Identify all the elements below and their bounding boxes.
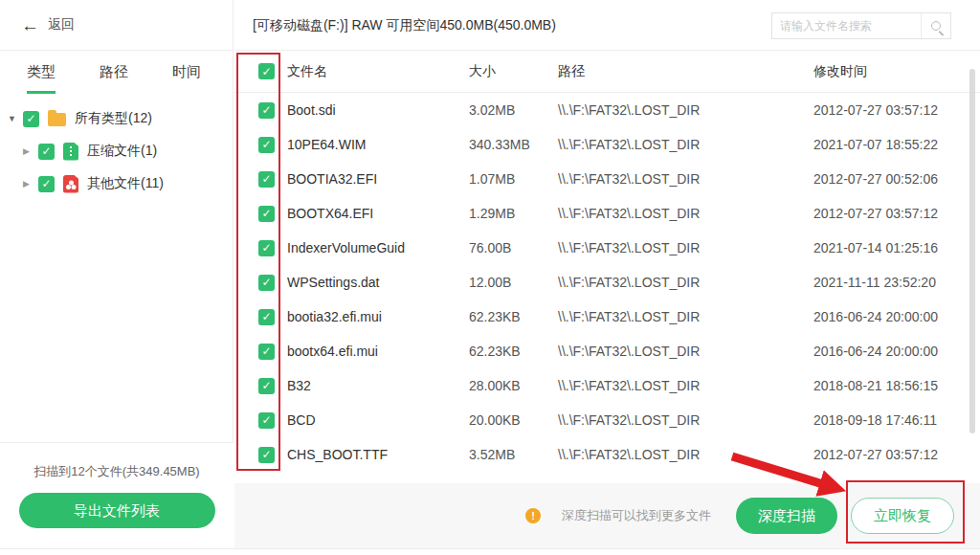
search-box bbox=[771, 12, 951, 39]
file-mtime-cell: 2012-07-27 00:52:06 bbox=[813, 171, 980, 187]
action-bar: ! 深度扫描可以找到更多文件 深度扫描 立即恢复 bbox=[234, 483, 980, 548]
file-mtime-cell: 2021-07-14 01:25:16 bbox=[813, 240, 980, 255]
file-mtime-cell: 2012-07-27 03:57:12 bbox=[813, 206, 980, 221]
select-all-checkbox[interactable] bbox=[258, 63, 275, 79]
file-recovery-window: ← 返回 类型 路径 时间 ▼ 所有类型(12) ▶ 压缩文件(1) ▶ bbox=[0, 0, 980, 555]
caret-down-icon[interactable]: ▼ bbox=[8, 114, 23, 123]
file-size-cell: 12.00B bbox=[469, 275, 558, 290]
file-name-cell: bootx64.efi.mui bbox=[287, 344, 469, 359]
tree-item-archive-files[interactable]: ▶ 压缩文件(1) bbox=[0, 135, 233, 167]
tree-item-all-types[interactable]: ▼ 所有类型(12) bbox=[0, 102, 233, 135]
table-row[interactable]: WPSettings.dat 12.00B \\.\F:\FAT32\.LOST… bbox=[234, 265, 980, 300]
folder-icon bbox=[48, 113, 66, 126]
sidebar-tabs: 类型 路径 时间 bbox=[0, 51, 233, 94]
tree-item-label: 所有类型(12) bbox=[75, 110, 152, 127]
table-row[interactable]: IndexerVolumeGuid 76.00B \\.\F:\FAT32\.L… bbox=[234, 231, 980, 265]
tab-type[interactable]: 类型 bbox=[27, 63, 56, 94]
file-mtime-cell: 2021-11-11 23:52:20 bbox=[813, 275, 980, 290]
file-name-cell: BCD bbox=[287, 412, 469, 428]
back-button[interactable]: ← 返回 bbox=[0, 0, 233, 51]
table-row[interactable]: Boot.sdi 3.02MB \\.\F:\FAT32\.LOST_DIR 2… bbox=[234, 93, 980, 127]
file-size-cell: 1.29MB bbox=[469, 206, 558, 221]
file-name-cell: B32 bbox=[287, 378, 469, 393]
file-path-cell: \\.\F:\FAT32\.LOST_DIR bbox=[558, 275, 813, 290]
row-checkbox[interactable] bbox=[258, 344, 275, 360]
archive-file-icon bbox=[63, 143, 78, 161]
file-size-cell: 3.52MB bbox=[469, 447, 558, 462]
column-header-size[interactable]: 大小 bbox=[469, 63, 558, 80]
file-path-cell: \\.\F:\FAT32\.LOST_DIR bbox=[558, 378, 813, 393]
tree-checkbox[interactable] bbox=[38, 144, 55, 160]
column-header-path[interactable]: 路径 bbox=[558, 63, 813, 80]
column-header-mtime[interactable]: 修改时间 bbox=[813, 63, 980, 80]
file-path-cell: \\.\F:\FAT32\.LOST_DIR bbox=[558, 171, 813, 187]
file-path-cell: \\.\F:\FAT32\.LOST_DIR bbox=[558, 344, 813, 359]
file-table: 文件名 大小 路径 修改时间 Boot.sdi 3.02MB \\.\F:\FA… bbox=[234, 51, 980, 555]
file-name-cell: 10PE64.WIM bbox=[287, 137, 469, 152]
search-button[interactable] bbox=[921, 13, 950, 38]
table-row[interactable]: bootx64.efi.mui 62.23KB \\.\F:\FAT32\.LO… bbox=[234, 334, 980, 368]
tree-item-other-files[interactable]: ▶ 其他文件(11) bbox=[0, 167, 233, 200]
warning-icon: ! bbox=[525, 508, 541, 523]
row-checkbox[interactable] bbox=[258, 171, 275, 188]
table-row[interactable]: BOOTIA32.EFI 1.07MB \\.\F:\FAT32\.LOST_D… bbox=[234, 162, 980, 196]
row-checkbox[interactable] bbox=[258, 412, 275, 429]
file-mtime-cell: 2012-07-27 03:57:12 bbox=[813, 447, 980, 462]
back-arrow-icon: ← bbox=[21, 16, 39, 34]
table-body: Boot.sdi 3.02MB \\.\F:\FAT32\.LOST_DIR 2… bbox=[234, 93, 980, 472]
file-name-cell: IndexerVolumeGuid bbox=[287, 240, 469, 255]
table-row[interactable]: CHS_BOOT.TTF 3.52MB \\.\F:\FAT32\.LOST_D… bbox=[234, 437, 980, 472]
row-checkbox[interactable] bbox=[258, 102, 275, 119]
row-checkbox[interactable] bbox=[258, 137, 275, 153]
file-name-cell: Boot.sdi bbox=[287, 102, 469, 118]
row-checkbox[interactable] bbox=[258, 240, 275, 256]
export-file-list-button[interactable]: 导出文件列表 bbox=[19, 493, 215, 528]
file-path-cell: \\.\F:\FAT32\.LOST_DIR bbox=[558, 309, 813, 324]
row-checkbox[interactable] bbox=[258, 447, 275, 463]
search-input[interactable] bbox=[772, 13, 921, 38]
tree-checkbox[interactable] bbox=[38, 176, 55, 192]
row-checkbox[interactable] bbox=[258, 378, 275, 394]
file-path-cell: \\.\F:\FAT32\.LOST_DIR bbox=[558, 447, 813, 462]
row-checkbox[interactable] bbox=[258, 309, 275, 325]
row-checkbox[interactable] bbox=[258, 206, 275, 222]
caret-right-icon[interactable]: ▶ bbox=[23, 146, 38, 156]
table-row[interactable]: BOOTX64.EFI 1.29MB \\.\F:\FAT32\.LOST_DI… bbox=[234, 196, 980, 231]
recover-now-button[interactable]: 立即恢复 bbox=[851, 498, 954, 534]
table-row[interactable]: 10PE64.WIM 340.33MB \\.\F:\FAT32\.LOST_D… bbox=[234, 127, 980, 162]
deep-scan-hint: 深度扫描可以找到更多文件 bbox=[562, 507, 711, 524]
file-mtime-cell: 2018-09-18 17:46:11 bbox=[813, 412, 980, 428]
table-row[interactable]: BCD 20.00KB \\.\F:\FAT32\.LOST_DIR 2018-… bbox=[234, 403, 980, 437]
scan-summary: 扫描到12个文件(共349.45MB) bbox=[0, 463, 234, 480]
table-row[interactable]: bootia32.efi.mui 62.23KB \\.\F:\FAT32\.L… bbox=[234, 300, 980, 334]
file-type-tree: ▼ 所有类型(12) ▶ 压缩文件(1) ▶ 其他文件(11) bbox=[0, 102, 233, 200]
tree-item-label: 压缩文件(1) bbox=[87, 143, 157, 160]
file-path-cell: \\.\F:\FAT32\.LOST_DIR bbox=[558, 240, 813, 255]
file-name-cell: BOOTIA32.EFI bbox=[287, 171, 469, 187]
file-name-cell: BOOTX64.EFI bbox=[287, 206, 469, 221]
file-size-cell: 76.00B bbox=[469, 240, 558, 255]
file-path-cell: \\.\F:\FAT32\.LOST_DIR bbox=[558, 102, 813, 118]
file-size-cell: 1.07MB bbox=[469, 171, 558, 187]
file-mtime-cell: 2016-06-24 20:00:00 bbox=[813, 344, 980, 359]
row-checkbox[interactable] bbox=[258, 275, 275, 291]
tree-checkbox[interactable] bbox=[23, 111, 39, 127]
file-name-cell: CHS_BOOT.TTF bbox=[287, 447, 469, 462]
file-size-cell: 340.33MB bbox=[469, 137, 558, 152]
column-header-name[interactable]: 文件名 bbox=[287, 63, 469, 80]
file-path-cell: \\.\F:\FAT32\.LOST_DIR bbox=[558, 206, 813, 221]
other-file-icon bbox=[63, 175, 78, 193]
tab-time[interactable]: 时间 bbox=[172, 63, 201, 94]
file-mtime-cell: 2016-06-24 20:00:00 bbox=[813, 309, 980, 324]
vertical-scrollbar[interactable] bbox=[969, 69, 975, 433]
main-header: [可移动磁盘(F:)] RAW 可用空间450.0MB(450.0MB) bbox=[234, 0, 980, 51]
table-row[interactable]: B32 28.00KB \\.\F:\FAT32\.LOST_DIR 2018-… bbox=[234, 368, 980, 403]
file-size-cell: 3.02MB bbox=[469, 102, 558, 118]
caret-right-icon[interactable]: ▶ bbox=[23, 179, 38, 189]
deep-scan-button[interactable]: 深度扫描 bbox=[736, 498, 837, 534]
bottom-divider bbox=[0, 548, 980, 549]
sidebar-footer: 扫描到12个文件(共349.45MB) 导出文件列表 bbox=[0, 442, 234, 555]
drive-title: [可移动磁盘(F:)] RAW 可用空间450.0MB(450.0MB) bbox=[253, 0, 556, 50]
tab-path[interactable]: 路径 bbox=[100, 63, 128, 94]
file-mtime-cell: 2012-07-27 03:57:12 bbox=[813, 102, 980, 118]
